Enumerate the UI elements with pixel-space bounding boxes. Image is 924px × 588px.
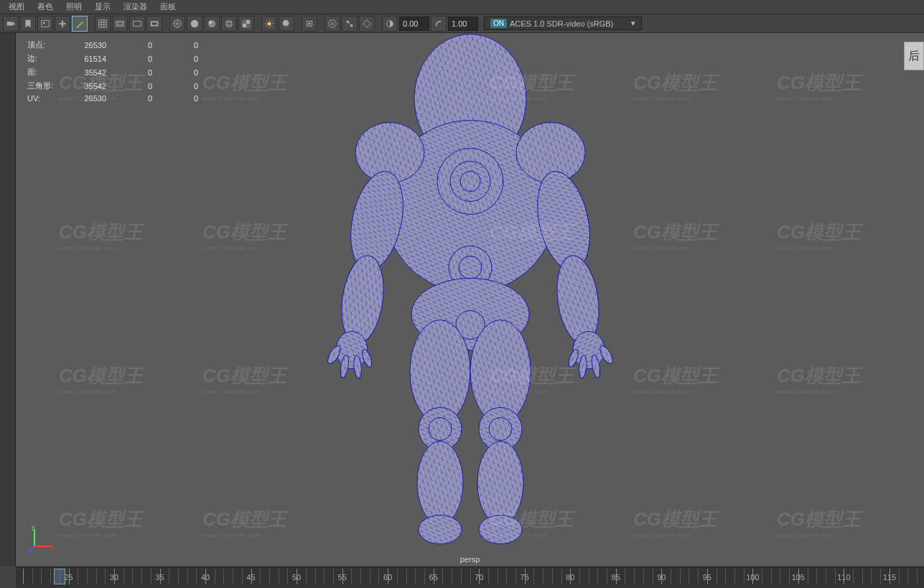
timeline-tick-label: 30 — [110, 573, 118, 582]
smooth-shade-button[interactable] — [187, 16, 202, 32]
svg-point-63 — [429, 417, 452, 440]
timeline-tick-label: 110 — [837, 573, 850, 582]
menu-view[interactable]: 视图 — [3, 0, 30, 14]
timeline-tick — [653, 569, 653, 584]
timeline-tick — [589, 569, 589, 584]
2d-pan-zoom-button[interactable] — [55, 16, 70, 32]
timeline-tick — [725, 569, 726, 584]
timeline-tick — [315, 569, 316, 584]
wireframe-button[interactable] — [169, 16, 185, 32]
timeline-tick — [105, 569, 106, 584]
film-gate-button[interactable] — [112, 16, 128, 32]
color-mgmt-on-badge: ON — [490, 19, 507, 28]
gate-mask-button[interactable] — [146, 16, 162, 32]
shadows-button[interactable] — [279, 16, 294, 32]
timeline-tick-label: 105 — [792, 573, 805, 582]
svg-point-20 — [308, 22, 311, 25]
timeline-tick — [816, 569, 817, 584]
wireframe-on-shaded-button[interactable] — [221, 16, 237, 32]
bookmark-button[interactable] — [20, 16, 36, 32]
timeline-tick — [50, 569, 51, 584]
timeline-tick — [625, 569, 625, 584]
axis-z-label: z — [27, 548, 31, 554]
svg-point-22 — [330, 22, 334, 25]
timeline-tick — [132, 569, 133, 584]
svg-point-66 — [417, 441, 463, 524]
gamma-button[interactable] — [431, 16, 447, 32]
svg-point-10 — [208, 19, 216, 27]
timeline-tick — [734, 569, 735, 584]
chevron-down-icon: ▾ — [631, 19, 635, 28]
left-panel-strip[interactable] — [0, 33, 16, 566]
menu-shading[interactable]: 着色 — [32, 0, 59, 14]
timeline-playhead[interactable] — [54, 569, 65, 584]
timeline-tick — [141, 569, 142, 584]
xray-button[interactable] — [325, 16, 340, 32]
svg-rect-15 — [246, 24, 250, 27]
axis-gizmo: y x z — [27, 525, 56, 554]
xray-joints-button[interactable] — [342, 16, 358, 32]
exposure-input[interactable] — [399, 17, 429, 31]
select-camera-button[interactable] — [3, 16, 19, 32]
timeline-tick — [488, 569, 489, 584]
use-default-material-button[interactable] — [204, 16, 220, 32]
timeline-tick — [324, 569, 325, 584]
svg-point-68 — [419, 515, 462, 543]
timeline-tick — [826, 569, 826, 584]
image-plane-button[interactable] — [37, 16, 53, 32]
timeline-tick-label: 100 — [746, 573, 759, 582]
grease-pencil-button[interactable] — [72, 16, 88, 32]
gamma-input[interactable] — [448, 17, 478, 31]
timeline-tick — [552, 569, 553, 584]
color-space-dropdown[interactable]: ON ACES 1.0 SDR-video (sRGB) ▾ — [484, 17, 642, 30]
timeline-tick — [397, 569, 398, 584]
timeline-tick — [470, 569, 471, 584]
textured-button[interactable] — [238, 16, 254, 32]
svg-rect-0 — [7, 22, 13, 25]
timeline-tick — [671, 569, 671, 584]
svg-point-39 — [460, 171, 480, 191]
menu-panels[interactable]: 面板 — [154, 0, 182, 14]
timeline-tick — [680, 569, 681, 584]
axis-y-label: y — [32, 525, 35, 531]
timeline-tick — [360, 569, 361, 584]
menu-renderer[interactable]: 渲染器 — [118, 0, 153, 14]
timeline-ruler[interactable]: 2530354045505560657075808590951001051101… — [23, 569, 917, 584]
isolate-select-button[interactable] — [302, 16, 317, 32]
svg-rect-4 — [118, 22, 123, 25]
persp-viewport[interactable]: 顶点:2653000 边:6151400 面:3554200 三角形:35542… — [16, 33, 924, 566]
timeline-tick — [597, 569, 598, 584]
timeline-tick — [196, 569, 197, 584]
menu-show[interactable]: 显示 — [89, 0, 116, 14]
timeline-tick — [223, 569, 224, 584]
timeline-tick — [643, 569, 644, 584]
timeline-tick — [880, 569, 881, 584]
timeline-tick — [862, 569, 863, 584]
timeline-tick — [717, 569, 717, 584]
timeline-tick — [442, 569, 443, 584]
menu-lighting[interactable]: 照明 — [60, 0, 88, 14]
xray-components-button[interactable] — [359, 16, 375, 32]
timeline-tick — [178, 569, 179, 584]
timeline-tick — [498, 569, 498, 584]
grid-button[interactable] — [95, 16, 111, 32]
timeline-tick — [871, 569, 872, 584]
camera-name-label: persp — [460, 555, 480, 564]
side-toggle-button[interactable]: 后 — [904, 42, 924, 70]
timeline-tick-label: 40 — [201, 573, 210, 582]
resolution-gate-button[interactable] — [129, 16, 145, 32]
viewport-container: 顶点:2653000 边:6151400 面:3554200 三角形:35542… — [16, 33, 924, 566]
svg-point-2 — [43, 22, 45, 24]
timeline[interactable]: 2530354045505560657075808590951001051101… — [16, 566, 924, 588]
timeline-tick-label: 55 — [338, 573, 347, 582]
mesh-robot-wireframe[interactable] — [298, 33, 643, 549]
exposure-button[interactable] — [382, 16, 398, 32]
timeline-tick-label: 75 — [521, 573, 529, 582]
timeline-tick-label: 60 — [383, 573, 392, 582]
panel-menu-bar: 视图 着色 照明 显示 渲染器 面板 — [0, 0, 924, 14]
timeline-tick — [169, 569, 169, 584]
use-all-lights-button[interactable] — [261, 16, 277, 32]
svg-rect-5 — [134, 21, 141, 26]
viewport-toolbar: ON ACES 1.0 SDR-video (sRGB) ▾ — [0, 14, 924, 33]
timeline-tick — [461, 569, 462, 584]
